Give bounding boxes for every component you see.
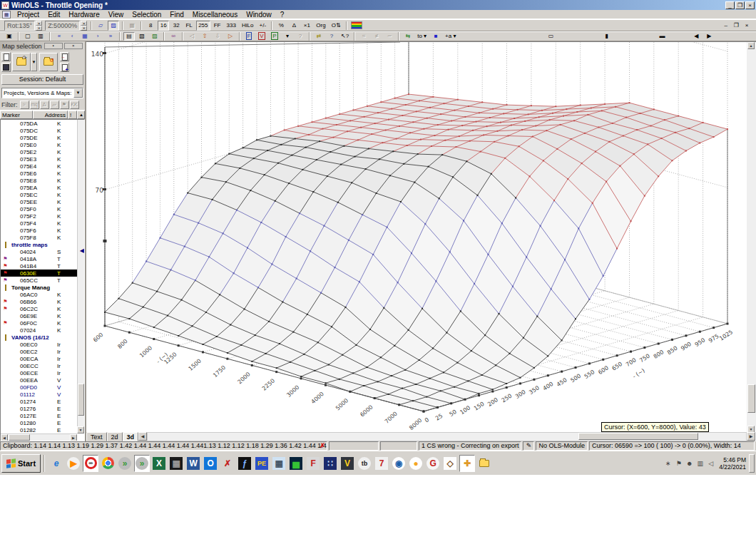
chrome-icon[interactable] xyxy=(100,455,116,472)
remove-hardware-icon[interactable]: ∗ xyxy=(663,460,673,467)
scroll-left-button[interactable]: ◀ xyxy=(1,434,8,441)
first-version-button[interactable]: « xyxy=(53,32,65,41)
hexdump-view-button[interactable]: F xyxy=(243,32,255,41)
app-icon[interactable]: W xyxy=(1,1,9,9)
map-row-075ec[interactable]: 075ECK xyxy=(1,191,77,198)
menu-window[interactable]: Window xyxy=(242,10,276,19)
recorder-2-icon[interactable]: » xyxy=(134,455,150,472)
session-button[interactable]: Session: Default xyxy=(1,74,83,85)
map-row-00fd0[interactable]: 00FD0V xyxy=(1,384,77,391)
bits-16-button[interactable]: 16 xyxy=(158,21,169,31)
display-icon[interactable]: ▥ xyxy=(695,460,705,467)
menu-view[interactable]: View xyxy=(104,10,128,19)
map-row-075f0[interactable]: 075F0K xyxy=(1,205,77,212)
bin-display-button[interactable]: 333 xyxy=(225,21,238,31)
language-flag-icon[interactable]: ⚑ xyxy=(674,460,683,467)
list-horizontal-scrollbar[interactable]: ◀ ▶ xyxy=(1,433,77,441)
cube-3d-icon[interactable]: ◇ xyxy=(442,455,458,472)
hex-display-button[interactable]: FF xyxy=(212,21,223,31)
scroll-thumb[interactable] xyxy=(78,384,84,416)
chart-vertical-scrollbar[interactable]: ▲ ▼ xyxy=(747,42,756,433)
zoom-field[interactable]: Z:50000%▲▼ xyxy=(45,21,87,31)
percent-button[interactable]: % xyxy=(275,21,287,31)
filter-map-button[interactable]: mq xyxy=(30,101,39,109)
map-row-041b4[interactable]: ⚑041B4T xyxy=(1,262,77,270)
map-row-075e3[interactable]: 075E3K xyxy=(1,155,77,163)
delta-button[interactable]: Δ xyxy=(288,21,300,31)
panel-pin-button[interactable]: ▪ xyxy=(44,43,63,49)
previous-version-button[interactable]: ‹ xyxy=(66,32,78,41)
bits-float-button[interactable]: FL xyxy=(183,21,195,31)
help-button[interactable]: ? xyxy=(326,32,337,41)
restore-button[interactable]: ❐ xyxy=(735,1,745,9)
seven-app-icon[interactable]: 7 xyxy=(374,455,389,472)
view-2d-button[interactable]: ▱ xyxy=(95,21,106,31)
word-icon[interactable]: W xyxy=(185,455,201,472)
chart-scroll-up-button[interactable]: ▲ xyxy=(747,42,755,49)
panel-title-bar[interactable]: Map selection ▪× xyxy=(0,41,85,51)
hscroll-thumb[interactable] xyxy=(9,434,30,441)
last-version-button[interactable]: » xyxy=(105,32,116,41)
map-row-06c2c[interactable]: ⚑06C2CK xyxy=(1,305,77,312)
map-delete-button[interactable]: ≠ xyxy=(371,32,382,41)
filter-kk-button[interactable]: KK xyxy=(70,101,79,109)
column-marker[interactable]: Marker xyxy=(0,111,33,119)
x-app-icon[interactable]: ✗ xyxy=(220,455,235,472)
open-project-button[interactable] xyxy=(12,53,31,71)
map-row-075e8[interactable]: 075E8K xyxy=(1,177,77,184)
menu-hardware[interactable]: Hardware xyxy=(64,10,103,19)
bits-32-button[interactable]: 32 xyxy=(170,21,182,31)
dyno-chart-icon[interactable]: ▅ xyxy=(288,455,304,472)
download-button[interactable]: ⇩ xyxy=(212,32,223,41)
map-row-06e9e[interactable]: 06E9EK xyxy=(1,312,77,319)
map-selection-button[interactable]: ▤ xyxy=(123,32,135,41)
view-3d-button[interactable]: ▨ xyxy=(108,21,119,31)
scroll-down-button[interactable]: ▼ xyxy=(77,426,84,433)
map-row-00ec0[interactable]: 00EC0Ir xyxy=(1,341,77,348)
map-row-01276[interactable]: 01276E xyxy=(1,405,77,412)
map-row-065cc[interactable]: ⚑065CCT xyxy=(1,277,77,284)
version-overview-button[interactable]: ▦ xyxy=(79,32,91,41)
split-vertical-button[interactable]: ▮ xyxy=(601,32,612,41)
recorder-icon[interactable]: » xyxy=(117,455,133,472)
add-doc-button[interactable] xyxy=(60,63,69,72)
projects-versions-combo[interactable]: Projects, Versions & Maps: (Ctrl ▼ xyxy=(1,88,83,98)
map-row-01274[interactable]: 01274E xyxy=(1,398,77,405)
map-row-075f2[interactable]: 075F2K xyxy=(1,212,77,220)
map-row-075dc[interactable]: 075DCK xyxy=(1,127,77,134)
add-mode-dropdown[interactable]: +a ▾ xyxy=(443,32,458,41)
map-row-00ecc[interactable]: 00ECCIr xyxy=(1,362,77,369)
map-row-06ac0[interactable]: 06AC0K xyxy=(1,291,77,298)
connections-button[interactable]: ∞ xyxy=(168,32,179,41)
menu-?[interactable]: ? xyxy=(276,10,289,19)
tab-scroll-right-button[interactable]: ▶ xyxy=(747,432,755,441)
map-row-00eca[interactable]: 00ECAIr xyxy=(1,355,77,362)
map-row-01282[interactable]: 01282E xyxy=(1,426,77,433)
map-row-04024[interactable]: 04024S xyxy=(1,248,77,255)
map-folder-row[interactable]: VANOS (16/12 xyxy=(1,334,77,341)
map-row-07024[interactable]: 07024K xyxy=(1,327,77,334)
chart-hscroll-thumb[interactable] xyxy=(578,433,698,440)
show-desktop-button[interactable] xyxy=(749,454,755,473)
context-help-button[interactable]: ↖? xyxy=(339,32,351,41)
eeprom-chip-icon[interactable]: ▦ xyxy=(168,455,184,472)
tab-scroll-left-button[interactable]: ◀ xyxy=(138,432,147,441)
g-tuner-icon[interactable]: G xyxy=(425,455,441,472)
map-row-075ee[interactable]: 075EEK xyxy=(1,198,77,205)
filter-area-button[interactable]: ▱ xyxy=(50,101,59,109)
rotation-field-spinner[interactable]: ▲▼ xyxy=(36,21,42,31)
swap-versions-button[interactable]: ⇆ xyxy=(402,32,414,41)
menu-miscellaneous[interactable]: Miscellaneous xyxy=(188,10,242,19)
messenger-icon[interactable]: ☻ xyxy=(685,460,694,467)
colors-button[interactable] xyxy=(351,21,362,29)
filter-delta-button[interactable]: Δ xyxy=(40,101,49,109)
original-compare-button[interactable]: O⇅ xyxy=(330,21,343,31)
map-edit-button[interactable]: ≈ xyxy=(358,32,369,41)
tb-app-icon[interactable]: tb xyxy=(357,455,372,472)
map-row-06f0c[interactable]: ⚑06F0CK xyxy=(1,319,77,327)
map-row-075f8[interactable]: 075F8K xyxy=(1,234,77,241)
tab-2d[interactable]: 2d xyxy=(107,432,123,441)
filter-flag-button[interactable]: ⚑ xyxy=(60,101,69,109)
value-view-button[interactable]: V xyxy=(256,32,267,41)
pe-explorer-icon[interactable]: PE xyxy=(254,455,270,472)
